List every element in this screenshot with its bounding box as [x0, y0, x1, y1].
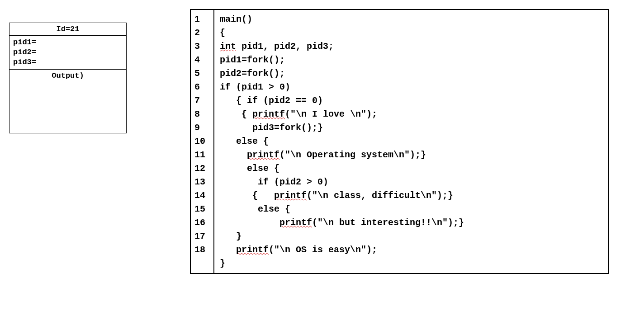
code-line: else { — [220, 162, 602, 175]
line-number: 6 — [194, 80, 208, 94]
code-line: else { — [220, 203, 602, 216]
code-line: } — [220, 257, 602, 270]
pid1-label: pid1= — [13, 38, 123, 47]
code-line: if (pid1 > 0) — [220, 80, 602, 94]
pid3-label: pid3= — [13, 57, 123, 67]
code-line: pid3=fork();} — [220, 121, 602, 135]
line-number: 18 — [194, 243, 208, 257]
pid2-label: pid2= — [13, 47, 123, 57]
process-box: Id=21 pid1= pid2= pid3= Output) — [9, 23, 127, 133]
func-printf: printf — [252, 109, 285, 119]
line-number: 14 — [194, 189, 208, 203]
output-label: Output) — [13, 71, 123, 80]
code-container: 1 2 3 4 5 6 7 8 9 10 11 12 13 14 15 16 1… — [190, 9, 609, 274]
line-number: 15 — [194, 203, 208, 216]
code-line: printf("\n OS is easy\n"); — [220, 243, 602, 257]
code-line: if (pid2 > 0) — [220, 175, 602, 189]
code-line: int pid1, pid2, pid3; — [220, 40, 602, 53]
line-number: 8 — [194, 108, 208, 121]
line-number: 17 — [194, 230, 208, 243]
func-printf: printf — [247, 150, 279, 160]
line-number: 16 — [194, 216, 208, 230]
line-number: 3 — [194, 40, 208, 53]
code-line: } — [220, 230, 602, 243]
func-printf: printf — [279, 217, 312, 228]
line-numbers-gutter: 1 2 3 4 5 6 7 8 9 10 11 12 13 14 15 16 1… — [191, 10, 214, 273]
code-content: main(){int pid1, pid2, pid3;pid1=fork();… — [214, 10, 608, 273]
line-number: 12 — [194, 162, 208, 175]
func-printf: printf — [236, 245, 269, 255]
line-number: 7 — [194, 94, 208, 108]
code-line: { — [220, 26, 602, 40]
func-printf: printf — [274, 190, 307, 201]
line-number: 2 — [194, 26, 208, 40]
code-line: main() — [220, 13, 602, 26]
line-number: 13 — [194, 175, 208, 189]
line-number: 10 — [194, 135, 208, 148]
code-line: else { — [220, 135, 602, 148]
pid-section: pid1= pid2= pid3= — [9, 36, 126, 70]
output-section: Output) — [9, 70, 126, 133]
process-panel: Id=21 pid1= pid2= pid3= Output) — [9, 23, 127, 133]
code-line: { if (pid2 == 0) — [220, 94, 602, 108]
code-line: pid2=fork(); — [220, 67, 602, 80]
code-line: printf("\n but interesting!!\n");} — [220, 216, 602, 230]
line-number: 9 — [194, 121, 208, 135]
line-number: 1 — [194, 13, 208, 26]
line-number: 11 — [194, 148, 208, 162]
code-line: printf("\n Operating system\n");} — [220, 148, 602, 162]
code-line: { printf("\n I love \n"); — [220, 108, 602, 121]
code-line: { printf("\n class, difficult\n");} — [220, 189, 602, 203]
line-number: 4 — [194, 53, 208, 67]
line-number: 5 — [194, 67, 208, 80]
code-line: pid1=fork(); — [220, 53, 602, 67]
process-id-header: Id=21 — [9, 23, 126, 36]
keyword-int: int — [220, 41, 236, 52]
